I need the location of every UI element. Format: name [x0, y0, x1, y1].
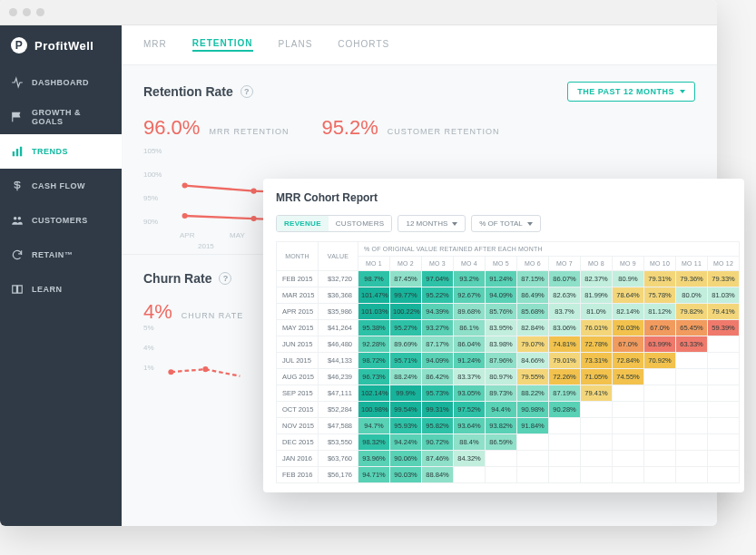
table-row: OCT 2015$52,284100.98%99.54%99.31%97.52%…: [277, 402, 740, 418]
cell-pct: 99.31%: [422, 402, 454, 418]
cell-pct: 80.97%: [486, 369, 517, 385]
cell-empty: [708, 434, 740, 451]
cell-pct: 81.99%: [581, 287, 613, 304]
cell-pct: 74.81%: [549, 336, 581, 353]
col-mo: MO 12: [708, 257, 740, 271]
cell-pct: 83.95%: [486, 320, 517, 336]
sidebar-item-customers[interactable]: CUSTOMERS: [0, 203, 122, 238]
brand[interactable]: P ProfitWell: [0, 25, 122, 65]
cell-empty: [644, 402, 676, 418]
cell-pct: 95.38%: [358, 320, 390, 336]
cell-value: $52,284: [319, 402, 358, 418]
cell-value: $32,720: [319, 271, 358, 287]
cell-pct: 93.64%: [454, 418, 486, 434]
cell-pct: 87.19%: [549, 385, 581, 402]
cell-pct: 71.05%: [581, 369, 613, 385]
cell-pct: 90.72%: [422, 434, 454, 451]
cell-pct: 94.4%: [486, 402, 517, 418]
cell-empty: [676, 434, 708, 451]
cell-empty: [454, 467, 486, 483]
col-mo: MO 9: [613, 257, 644, 271]
cell-empty: [708, 402, 740, 418]
book-icon: [11, 283, 24, 296]
cell-pct: 101.47%: [358, 287, 390, 304]
cell-pct: 95.22%: [422, 287, 454, 304]
cell-month: DEC 2015: [277, 434, 319, 451]
col-span: % OF ORIGINAL VALUE RETAINED AFTER EACH …: [358, 242, 740, 257]
y-tick: 100%: [143, 170, 162, 179]
window-dot: [23, 8, 31, 16]
tab-mrr[interactable]: MRR: [143, 39, 167, 51]
kpi: 96.0%MRR RETENTION: [143, 116, 289, 140]
segment-customers[interactable]: CUSTOMERS: [329, 216, 392, 231]
nav-label: CASH FLOW: [32, 181, 85, 190]
sidebar-item-cash-flow[interactable]: CASH FLOW: [0, 169, 122, 203]
window-dot: [36, 8, 44, 16]
table-row: APR 2015$35,986101.03%100.22%94.39%89.68…: [277, 304, 740, 320]
cohort-period-button[interactable]: 12 MONTHS: [398, 215, 466, 232]
cell-pct: 88.22%: [517, 385, 549, 402]
cell-pct: 90.98%: [517, 402, 549, 418]
cell-value: $47,588: [319, 418, 358, 434]
cell-pct: 93.2%: [454, 271, 486, 287]
col-mo: MO 5: [486, 257, 517, 271]
table-row: MAY 2015$41,26495.38%95.27%93.27%86.1%83…: [277, 320, 740, 336]
table-row: JUN 2015$46,48092.28%89.69%87.17%86.04%8…: [277, 336, 740, 353]
cell-value: $56,176: [319, 467, 358, 483]
cell-pct: 91.84%: [517, 418, 549, 434]
segment-revenue[interactable]: REVENUE: [277, 216, 329, 231]
chevron-down-icon: [452, 222, 457, 226]
sidebar-item-retain-[interactable]: RETAIN™: [0, 238, 122, 272]
cell-empty: [613, 402, 644, 418]
cell-pct: 67.0%: [644, 320, 676, 336]
cell-month: APR 2015: [277, 304, 319, 320]
svg-point-10: [202, 366, 208, 372]
kpi: 95.2%CUSTOMER RETENTION: [321, 116, 499, 140]
svg-rect-2: [20, 147, 22, 157]
tab-retention[interactable]: RETENTION: [192, 38, 253, 52]
sidebar-item-growth-goals[interactable]: GROWTH & GOALS: [0, 100, 122, 134]
cell-pct: 91.24%: [454, 353, 486, 369]
cell-pct: 87.17%: [422, 336, 454, 353]
cell-empty: [708, 353, 740, 369]
y-tick: 1%: [143, 364, 154, 372]
cell-pct: 90.06%: [390, 451, 422, 467]
cell-pct: 84.66%: [517, 353, 549, 369]
sidebar-item-learn[interactable]: LEARN: [0, 272, 122, 307]
cell-pct: 65.45%: [676, 320, 708, 336]
cell-pct: 79.31%: [644, 271, 676, 287]
col-mo: MO 8: [581, 257, 613, 271]
tab-cohorts[interactable]: COHORTS: [338, 39, 389, 51]
cell-pct: 89.69%: [390, 336, 422, 353]
sidebar-item-trends[interactable]: TRENDS: [0, 134, 122, 169]
chevron-down-icon: [527, 222, 533, 226]
cell-pct: 94.24%: [390, 434, 422, 451]
cell-pct: 92.28%: [358, 336, 390, 353]
nav-label: TRENDS: [32, 147, 68, 156]
cell-pct: 89.68%: [454, 304, 486, 320]
cell-empty: [708, 369, 740, 385]
cell-pct: 93.05%: [454, 385, 486, 402]
cell-pct: 80.0%: [676, 287, 708, 304]
tab-plans[interactable]: PLANS: [279, 39, 313, 51]
cell-pct: 96.73%: [358, 369, 390, 385]
cell-pct: 81.03%: [708, 287, 740, 304]
cell-pct: 83.98%: [486, 336, 517, 353]
sidebar-item-dashboard[interactable]: DASHBOARD: [0, 65, 122, 100]
cell-pct: 94.39%: [422, 304, 454, 320]
cell-pct: 63.33%: [676, 336, 708, 353]
svg-point-6: [251, 189, 257, 194]
cell-pct: 86.42%: [422, 369, 454, 385]
col-mo: MO 6: [517, 257, 549, 271]
cell-pct: 99.77%: [390, 287, 422, 304]
cell-empty: [581, 467, 613, 483]
cell-month: SEP 2015: [277, 385, 319, 402]
kpi-label: CUSTOMER RETENTION: [388, 127, 500, 136]
date-range-button[interactable]: THE PAST 12 MONTHS: [567, 82, 695, 102]
cell-empty: [517, 434, 549, 451]
nav-label: DASHBOARD: [32, 78, 89, 87]
cohort-metric-button[interactable]: % OF TOTAL: [471, 215, 541, 232]
sidebar: P ProfitWell DASHBOARDGROWTH & GOALSTREN…: [0, 25, 122, 526]
help-icon[interactable]: ?: [241, 85, 253, 98]
svg-point-7: [182, 213, 188, 219]
